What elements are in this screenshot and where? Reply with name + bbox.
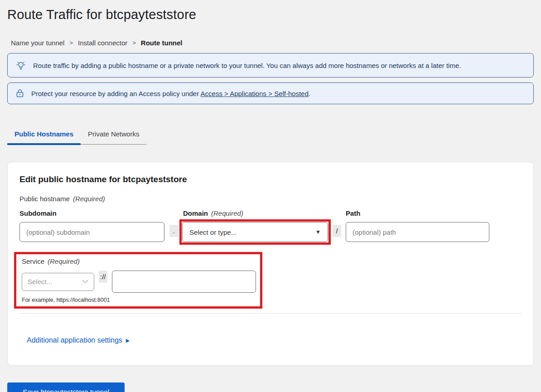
subdomain-input[interactable] <box>19 222 164 242</box>
service-url-input[interactable] <box>112 271 256 293</box>
save-tunnel-button[interactable]: Save btcpayteststore tunnel <box>7 382 125 392</box>
domain-required-label: (Required) <box>211 209 243 217</box>
card-heading: Edit public hostname for btcpayteststore <box>19 174 522 184</box>
path-field-group: Path <box>346 209 489 242</box>
access-policy-banner: Protect your resource by adding an Acces… <box>7 82 534 104</box>
breadcrumb-separator: > <box>69 39 73 46</box>
chevron-down-icon: ▼ <box>315 229 321 235</box>
dot-separator: . <box>169 225 178 237</box>
breadcrumb-step-install-connector[interactable]: Install connector <box>78 39 127 47</box>
domain-select-value: Select or type... <box>189 228 237 236</box>
annotation-box-service: Service(Required) Select... :// For exam… <box>14 252 262 309</box>
path-input[interactable] <box>346 222 489 242</box>
breadcrumb-step-route-tunnel: Route tunnel <box>141 39 183 47</box>
public-hostname-section-label: Public hostname(Required) <box>19 195 522 203</box>
breadcrumb-separator: > <box>132 39 136 46</box>
subdomain-field-group: Subdomain <box>19 209 164 242</box>
access-banner-text-after: . <box>309 90 310 97</box>
service-help-text: For example, https://localhost:8001 <box>22 297 260 303</box>
hostname-network-tabs: Public Hostnames Private Networks <box>7 130 146 145</box>
domain-field-group: Domain(Required) Select or type... ▼ <box>183 209 327 245</box>
domain-select[interactable]: Select or type... ▼ <box>182 222 328 242</box>
service-type-select[interactable]: Select... <box>22 273 94 291</box>
access-banner-text-before: Protect your resource by adding an Acces… <box>31 90 201 97</box>
page-title: Route Traffic for btcpayteststore <box>7 7 534 22</box>
tab-private-networks[interactable]: Private Networks <box>81 130 146 145</box>
additional-settings-label: Additional application settings <box>27 336 122 344</box>
slash-separator: / <box>333 225 341 237</box>
access-applications-link[interactable]: Access > Applications > Self-hosted <box>201 90 309 97</box>
tab-public-hostnames[interactable]: Public Hostnames <box>7 130 81 145</box>
edit-public-hostname-card: Edit public hostname for btcpayteststore… <box>7 162 534 366</box>
info-banner-text: Route traffic by adding a public hostnam… <box>33 62 461 69</box>
lock-icon <box>15 88 24 98</box>
required-label: (Required) <box>73 195 105 203</box>
expand-right-icon: ▶ <box>126 338 130 344</box>
service-section-label: Service(Required) <box>22 257 260 265</box>
service-row: Select... :// <box>22 271 260 293</box>
chevron-down-icon <box>82 280 88 284</box>
access-banner-text: Protect your resource by adding an Acces… <box>31 90 310 97</box>
hostname-fields-row: Subdomain . Domain(Required) Select or t… <box>19 209 522 245</box>
annotation-box-domain: Select or type... ▼ <box>179 219 331 245</box>
scheme-separator: :// <box>99 271 107 283</box>
lightbulb-icon <box>15 60 26 71</box>
info-banner: Route traffic by adding a public hostnam… <box>7 53 534 77</box>
route-traffic-page: Route Traffic for btcpayteststore Name y… <box>0 0 541 392</box>
domain-label-text: Domain <box>183 209 208 217</box>
card-divider <box>19 313 522 314</box>
service-select-value: Select... <box>28 278 52 286</box>
path-label: Path <box>346 209 489 217</box>
service-label: Service <box>22 257 44 265</box>
service-required-label: (Required) <box>48 257 80 265</box>
breadcrumb-step-name-tunnel[interactable]: Name your tunnel <box>11 39 64 47</box>
public-hostname-label: Public hostname <box>19 195 70 203</box>
breadcrumb: Name your tunnel > Install connector > R… <box>11 39 534 47</box>
domain-label: Domain(Required) <box>183 209 327 217</box>
subdomain-label: Subdomain <box>19 209 164 217</box>
additional-application-settings-link[interactable]: Additional application settings ▶ <box>27 336 130 344</box>
